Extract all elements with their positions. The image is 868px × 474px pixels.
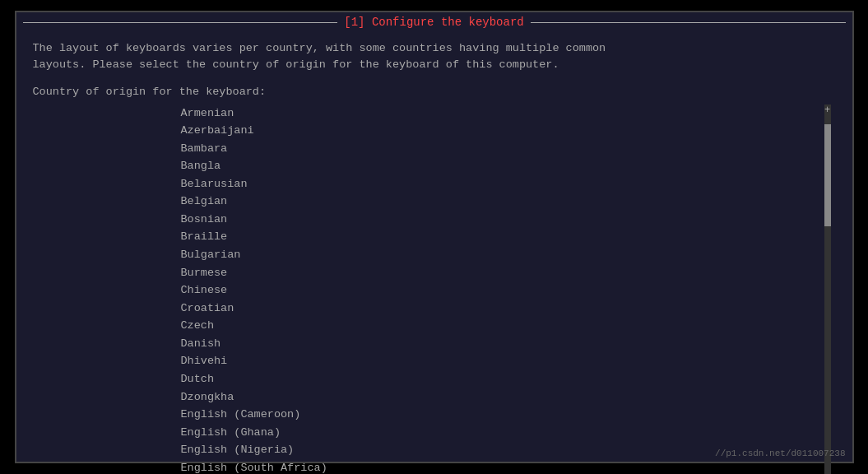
scroll-track: + +: [824, 105, 831, 475]
list-container: ArmenianAzerbaijaniBambaraBanglaBelarusi…: [33, 105, 836, 475]
list-item[interactable]: Danish: [33, 335, 811, 353]
list-item[interactable]: Chinese: [33, 281, 811, 300]
list-item[interactable]: Dzongkha: [33, 388, 811, 407]
window-title: [1] Configure the keyboard: [344, 16, 523, 29]
list-item[interactable]: Dutch: [33, 370, 811, 388]
list-item[interactable]: English (Cameroon): [33, 406, 811, 424]
country-list: ArmenianAzerbaijaniBambaraBanglaBelarusi…: [33, 105, 811, 475]
scrollbar: + +: [819, 105, 836, 475]
scroll-thumb: [824, 124, 831, 226]
list-item[interactable]: English (Nigeria): [33, 441, 811, 459]
list-item[interactable]: Dhivehi: [33, 352, 811, 370]
list-item[interactable]: Armenian: [33, 105, 811, 123]
list-item[interactable]: Bosnian: [33, 211, 811, 229]
list-item[interactable]: Bangla: [33, 157, 811, 175]
list-item[interactable]: Croatian: [33, 300, 811, 318]
list-item[interactable]: English (Ghana): [33, 424, 811, 442]
list-item[interactable]: Burmese: [33, 264, 811, 282]
list-item[interactable]: Belarusian: [33, 175, 811, 193]
terminal-window: [1] Configure the keyboard The layout of…: [15, 11, 854, 463]
list-item[interactable]: Braille: [33, 228, 811, 246]
list-item[interactable]: Bambara: [33, 140, 811, 158]
list-item[interactable]: Czech: [33, 317, 811, 335]
list-item[interactable]: Bulgarian: [33, 246, 811, 264]
description-text: The layout of keyboards varies per count…: [33, 40, 836, 74]
list-item[interactable]: Azerbaijani: [33, 122, 811, 140]
watermark: //p1.csdn.net/d011007238: [715, 448, 845, 458]
main-content: The layout of keyboards varies per count…: [16, 32, 852, 474]
scroll-up-icon[interactable]: +: [824, 105, 830, 116]
list-wrapper: ArmenianAzerbaijaniBambaraBanglaBelarusi…: [33, 105, 811, 475]
list-item[interactable]: English (South Africa): [33, 459, 811, 474]
country-label: Country of origin for the keyboard:: [33, 86, 836, 98]
title-bar: [1] Configure the keyboard: [16, 12, 852, 32]
list-item[interactable]: Belgian: [33, 193, 811, 211]
